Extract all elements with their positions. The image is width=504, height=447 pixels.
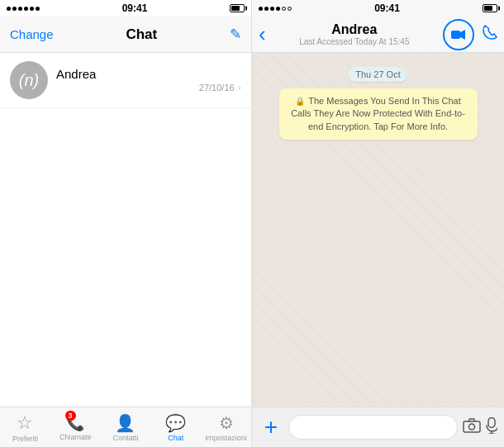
right-signal xyxy=(259,7,292,11)
system-message[interactable]: The Messages You Send In This Chat Calls… xyxy=(279,88,478,140)
change-button[interactable]: Change xyxy=(10,27,54,41)
svg-rect-0 xyxy=(451,31,460,39)
camera-button[interactable] xyxy=(463,418,481,437)
chat-meta: 27/10/16 › xyxy=(56,81,241,93)
date-separator: Thu 27 Oct xyxy=(259,66,497,82)
video-call-button[interactable] xyxy=(443,19,474,50)
dot5 xyxy=(282,7,286,11)
left-status-bar: 09:41 xyxy=(0,0,251,17)
svg-rect-2 xyxy=(464,421,480,432)
contact-name[interactable]: Andrea xyxy=(331,22,377,37)
tab-preferiti[interactable]: ☆ Preferiti xyxy=(0,407,50,447)
back-button[interactable]: ‹ xyxy=(259,21,266,47)
chat-arrow: › xyxy=(238,81,241,93)
svg-marker-1 xyxy=(460,30,465,40)
dot2 xyxy=(264,7,269,11)
chat-messages: Thu 27 Oct The Messages You Send In This… xyxy=(252,53,504,407)
chat-icon: 💬 xyxy=(165,413,186,433)
mic-button[interactable] xyxy=(486,417,497,438)
dot6 xyxy=(288,7,292,11)
tab-impostazioni[interactable]: ⚙ Impostazioni xyxy=(201,407,251,447)
star-icon: ☆ xyxy=(17,412,33,434)
left-panel: 09:41 Change Chat ✎ (n) Andrea 27/10/16 … xyxy=(0,0,252,447)
add-button[interactable]: + xyxy=(259,415,283,440)
dot4 xyxy=(276,7,280,11)
tab-chat-label: Chat xyxy=(168,434,183,442)
right-panel: 09:41 ‹ Andrea Last Accessed Today At 15… xyxy=(252,0,504,447)
tab-chiamate-label: Chiamate xyxy=(59,433,92,441)
dot1 xyxy=(259,7,263,11)
left-tabbar: ☆ Preferiti 3 📞 Chiamate 👤 Contatti 💬 Ch… xyxy=(0,407,251,447)
chat-info: Andrea 27/10/16 › xyxy=(56,67,241,93)
date-pill: Thu 27 Oct xyxy=(349,67,407,82)
right-status-bar: 09:41 xyxy=(252,0,504,17)
chat-list: (n) Andrea 27/10/16 › xyxy=(0,53,251,407)
chat-item-andrea[interactable]: (n) Andrea 27/10/16 › xyxy=(0,53,251,108)
settings-icon: ⚙ xyxy=(219,413,234,433)
tab-chat[interactable]: 💬 Chat xyxy=(150,407,201,447)
left-header: Change Chat ✎ xyxy=(0,17,251,53)
signal-dots xyxy=(7,7,40,11)
tab-contatti-label: Contatti xyxy=(112,434,138,442)
right-battery xyxy=(483,4,497,12)
tab-preferiti-label: Preferiti xyxy=(12,435,38,443)
right-header: ‹ Andrea Last Accessed Today At 15:45 xyxy=(252,17,504,53)
phone-button[interactable] xyxy=(483,25,497,44)
message-input[interactable] xyxy=(288,415,458,440)
compose-icon[interactable]: ✎ xyxy=(230,26,241,43)
battery-indicator xyxy=(230,4,245,12)
avatar: (n) xyxy=(10,61,48,99)
svg-point-3 xyxy=(469,424,475,430)
contact-status: Last Accessed Today At 15:45 xyxy=(299,37,409,46)
right-time: 09:41 xyxy=(374,2,400,14)
left-time: 09:41 xyxy=(122,2,148,14)
left-title: Chat xyxy=(126,26,157,43)
dot3 xyxy=(270,7,274,11)
chat-name: Andrea xyxy=(56,67,241,81)
chat-date: 27/10/16 xyxy=(199,83,235,93)
tab-contatti[interactable]: 👤 Contatti xyxy=(101,407,151,447)
contacts-icon: 👤 xyxy=(115,413,136,433)
chiamate-badge: 3 xyxy=(65,411,76,421)
contact-info: Andrea Last Accessed Today At 15:45 xyxy=(271,22,438,46)
chat-input-bar: + xyxy=(252,407,504,447)
tab-chiamate[interactable]: 3 📞 Chiamate xyxy=(50,407,101,447)
svg-rect-4 xyxy=(488,417,495,427)
tab-impostazioni-label: Impostazioni xyxy=(205,434,247,442)
